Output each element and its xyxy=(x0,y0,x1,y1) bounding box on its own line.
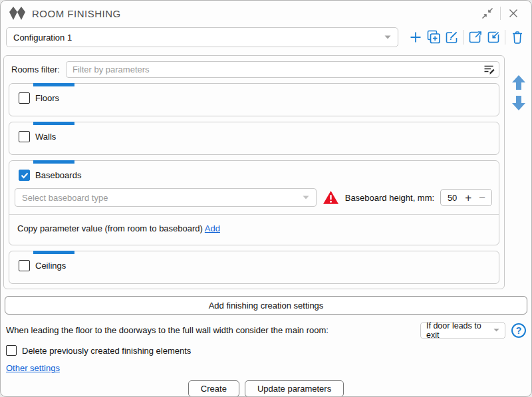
walls-label: Walls xyxy=(35,132,56,142)
copy-parameter-row: Copy parameter value (from room to baseb… xyxy=(9,215,499,233)
main-area: Rooms filter: Flo xyxy=(3,55,529,289)
toolbar-divider xyxy=(505,30,505,45)
card-accent-bar xyxy=(33,251,74,254)
decrement-button[interactable]: − xyxy=(478,192,486,203)
baseboards-label: Baseboards xyxy=(35,170,81,180)
copy-parameter-text: Copy parameter value (from room to baseb… xyxy=(17,223,203,233)
ceilings-label: Ceilings xyxy=(35,261,66,271)
filter-edit-icon[interactable] xyxy=(483,63,495,76)
rooms-filter-row: Rooms filter: xyxy=(9,61,499,78)
collapse-window-icon[interactable] xyxy=(477,5,497,22)
footer-buttons: Create Update parameters xyxy=(1,380,531,397)
edit-configuration-button[interactable] xyxy=(442,29,460,47)
import-configuration-button[interactable] xyxy=(484,29,502,47)
move-up-arrow-icon[interactable] xyxy=(511,74,526,90)
doorway-option-select[interactable]: If door leads to exit xyxy=(420,322,505,339)
walls-checkbox[interactable] xyxy=(19,131,30,142)
baseboard-type-select[interactable]: Select baseboard type xyxy=(15,188,317,207)
move-down-arrow-icon[interactable] xyxy=(511,95,526,111)
delete-elements-label: Delete previously created finishing elem… xyxy=(22,346,191,356)
rooms-filter-label: Rooms filter: xyxy=(11,65,60,74)
configuration-row: Configuration 1 xyxy=(6,27,526,47)
delete-elements-row: Delete previously created finishing elem… xyxy=(6,345,526,356)
ceilings-checkbox[interactable] xyxy=(19,260,30,271)
delete-configuration-button[interactable] xyxy=(508,29,526,47)
baseboard-type-placeholder: Select baseboard type xyxy=(22,193,108,203)
chevron-down-icon xyxy=(297,196,309,199)
configuration-select[interactable]: Configuration 1 xyxy=(6,27,398,47)
help-icon[interactable]: ? xyxy=(511,323,526,338)
section-card-walls: Walls xyxy=(9,122,499,155)
close-icon[interactable] xyxy=(503,5,523,22)
export-configuration-button[interactable] xyxy=(466,29,484,47)
floors-label: Floors xyxy=(35,93,59,103)
rooms-filter-input[interactable] xyxy=(66,61,499,78)
room-finishing-window: ROOM FINISHING Configuration 1 xyxy=(0,0,532,397)
section-card-ceilings: Ceilings xyxy=(9,251,499,284)
baseboards-checkbox[interactable] xyxy=(19,170,30,181)
baseboard-controls: Select baseboard type Baseboard height, … xyxy=(9,188,499,207)
chevron-down-icon xyxy=(488,329,499,332)
chevron-down-icon xyxy=(379,35,391,39)
warning-triangle-icon xyxy=(323,190,339,205)
app-logo-icon xyxy=(9,5,26,21)
other-settings-link[interactable]: Other settings xyxy=(6,363,60,373)
add-finishing-settings-button[interactable]: Add finishing creation settings xyxy=(5,296,527,315)
card-accent-bar xyxy=(33,83,74,86)
baseboard-height-value[interactable]: 50 xyxy=(446,193,458,203)
card-accent-bar xyxy=(33,122,74,125)
section-card-floors: Floors xyxy=(9,83,499,116)
increment-button[interactable]: + xyxy=(464,192,472,203)
reorder-arrows xyxy=(508,55,529,289)
titlebar: ROOM FINISHING xyxy=(1,1,531,26)
delete-elements-checkbox[interactable] xyxy=(6,345,17,356)
doorway-option-value: If door leads to exit xyxy=(426,321,488,340)
window-title: ROOM FINISHING xyxy=(32,8,477,19)
baseboard-height-label: Baseboard height, mm: xyxy=(345,193,434,203)
add-configuration-button[interactable] xyxy=(406,29,424,47)
duplicate-configuration-button[interactable] xyxy=(424,29,442,47)
create-button[interactable]: Create xyxy=(188,380,239,397)
update-parameters-button[interactable]: Update parameters xyxy=(245,380,344,397)
finishing-panel: Rooms filter: Flo xyxy=(3,55,505,289)
rooms-filter-input-wrap xyxy=(66,61,499,78)
baseboard-height-stepper: 50 + − xyxy=(440,189,492,206)
card-accent-bar xyxy=(33,160,74,164)
doorway-option-label: When leading the floor to the doorways t… xyxy=(6,325,414,335)
floors-checkbox[interactable] xyxy=(19,92,30,104)
copy-parameter-add-link[interactable]: Add xyxy=(205,223,220,233)
titlebar-divider xyxy=(500,7,501,20)
configuration-select-value: Configuration 1 xyxy=(13,33,72,43)
toolbar-divider xyxy=(463,30,464,45)
section-card-baseboards: Baseboards Select baseboard type xyxy=(9,160,499,245)
doorway-option-row: When leading the floor to the doorways t… xyxy=(6,321,526,339)
